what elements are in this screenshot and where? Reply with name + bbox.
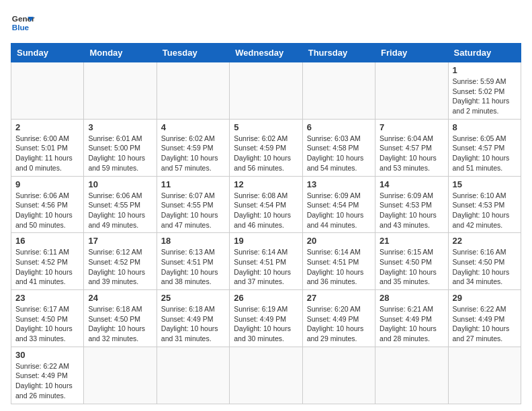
calendar-cell: 27Sunrise: 6:20 AM Sunset: 4:49 PM Dayli…	[302, 290, 375, 347]
day-info: Sunrise: 6:20 AM Sunset: 4:49 PM Dayligh…	[307, 304, 371, 344]
day-number: 11	[161, 179, 225, 189]
week-row-2: 9Sunrise: 6:06 AM Sunset: 4:56 PM Daylig…	[11, 176, 521, 233]
day-number: 23	[15, 293, 79, 303]
day-info: Sunrise: 6:19 AM Sunset: 4:49 PM Dayligh…	[234, 304, 298, 344]
calendar-cell: 11Sunrise: 6:07 AM Sunset: 4:55 PM Dayli…	[157, 176, 229, 233]
calendar-cell: 13Sunrise: 6:09 AM Sunset: 4:54 PM Dayli…	[302, 176, 375, 233]
logo: General Blue	[11, 11, 35, 35]
day-info: Sunrise: 6:14 AM Sunset: 4:51 PM Dayligh…	[234, 247, 298, 287]
week-row-1: 2Sunrise: 6:00 AM Sunset: 5:01 PM Daylig…	[11, 119, 521, 176]
calendar-cell: 4Sunrise: 6:02 AM Sunset: 4:59 PM Daylig…	[157, 119, 229, 176]
day-info: Sunrise: 6:02 AM Sunset: 4:59 PM Dayligh…	[234, 134, 298, 173]
week-row-4: 23Sunrise: 6:17 AM Sunset: 4:50 PM Dayli…	[11, 290, 521, 347]
weekday-header-sunday: Sunday	[11, 44, 84, 62]
day-info: Sunrise: 6:09 AM Sunset: 4:54 PM Dayligh…	[307, 191, 371, 230]
calendar-cell	[375, 347, 448, 404]
weekday-header-saturday: Saturday	[448, 44, 521, 62]
calendar-cell: 16Sunrise: 6:11 AM Sunset: 4:52 PM Dayli…	[11, 233, 84, 290]
calendar-cell	[157, 62, 229, 120]
week-row-0: 1Sunrise: 5:59 AM Sunset: 5:02 PM Daylig…	[11, 62, 521, 120]
weekday-header-thursday: Thursday	[302, 44, 375, 62]
svg-text:Blue: Blue	[12, 23, 30, 32]
day-info: Sunrise: 6:06 AM Sunset: 4:56 PM Dayligh…	[15, 191, 79, 230]
day-info: Sunrise: 6:12 AM Sunset: 4:52 PM Dayligh…	[88, 247, 152, 287]
day-info: Sunrise: 6:18 AM Sunset: 4:49 PM Dayligh…	[161, 304, 225, 344]
calendar-cell: 1Sunrise: 5:59 AM Sunset: 5:02 PM Daylig…	[448, 62, 521, 120]
calendar-cell: 25Sunrise: 6:18 AM Sunset: 4:49 PM Dayli…	[157, 290, 229, 347]
day-info: Sunrise: 6:17 AM Sunset: 4:50 PM Dayligh…	[15, 304, 79, 344]
week-row-3: 16Sunrise: 6:11 AM Sunset: 4:52 PM Dayli…	[11, 233, 521, 290]
calendar-cell: 30Sunrise: 6:22 AM Sunset: 4:49 PM Dayli…	[11, 347, 84, 404]
calendar-cell: 7Sunrise: 6:04 AM Sunset: 4:57 PM Daylig…	[375, 119, 448, 176]
day-info: Sunrise: 6:00 AM Sunset: 5:01 PM Dayligh…	[15, 134, 79, 173]
calendar-table: SundayMondayTuesdayWednesdayThursdayFrid…	[11, 43, 521, 404]
calendar-cell: 24Sunrise: 6:18 AM Sunset: 4:50 PM Dayli…	[84, 290, 157, 347]
calendar-cell: 9Sunrise: 6:06 AM Sunset: 4:56 PM Daylig…	[11, 176, 84, 233]
day-number: 15	[453, 179, 517, 189]
day-info: Sunrise: 6:07 AM Sunset: 4:55 PM Dayligh…	[161, 191, 225, 230]
day-number: 1	[453, 65, 517, 75]
day-info: Sunrise: 6:02 AM Sunset: 4:59 PM Dayligh…	[161, 134, 225, 173]
day-info: Sunrise: 6:01 AM Sunset: 5:00 PM Dayligh…	[88, 134, 152, 173]
weekday-header-friday: Friday	[375, 44, 448, 62]
day-info: Sunrise: 6:04 AM Sunset: 4:57 PM Dayligh…	[380, 134, 443, 173]
day-number: 26	[234, 293, 298, 303]
calendar-cell	[84, 62, 157, 120]
calendar-cell	[157, 347, 229, 404]
calendar-cell: 6Sunrise: 6:03 AM Sunset: 4:58 PM Daylig…	[302, 119, 375, 176]
day-number: 7	[380, 122, 443, 132]
logo-icon: General Blue	[11, 11, 35, 35]
calendar-cell: 23Sunrise: 6:17 AM Sunset: 4:50 PM Dayli…	[11, 290, 84, 347]
day-number: 14	[380, 179, 443, 189]
calendar-cell: 8Sunrise: 6:05 AM Sunset: 4:57 PM Daylig…	[448, 119, 521, 176]
day-number: 12	[234, 179, 298, 189]
day-number: 30	[15, 350, 79, 360]
calendar-cell: 21Sunrise: 6:15 AM Sunset: 4:50 PM Dayli…	[375, 233, 448, 290]
day-info: Sunrise: 6:15 AM Sunset: 4:50 PM Dayligh…	[380, 247, 443, 287]
day-number: 18	[161, 236, 225, 246]
day-info: Sunrise: 6:09 AM Sunset: 4:53 PM Dayligh…	[380, 191, 443, 230]
calendar-cell: 3Sunrise: 6:01 AM Sunset: 5:00 PM Daylig…	[84, 119, 157, 176]
calendar-cell: 18Sunrise: 6:13 AM Sunset: 4:51 PM Dayli…	[157, 233, 229, 290]
calendar-cell	[302, 347, 375, 404]
calendar-cell	[230, 62, 302, 120]
calendar-cell	[230, 347, 302, 404]
day-info: Sunrise: 6:21 AM Sunset: 4:49 PM Dayligh…	[380, 304, 443, 344]
day-number: 13	[307, 179, 371, 189]
day-info: Sunrise: 6:18 AM Sunset: 4:50 PM Dayligh…	[88, 304, 152, 344]
day-number: 27	[307, 293, 371, 303]
weekday-header-tuesday: Tuesday	[157, 44, 229, 62]
day-info: Sunrise: 6:11 AM Sunset: 4:52 PM Dayligh…	[15, 247, 79, 287]
day-number: 28	[380, 293, 443, 303]
day-info: Sunrise: 6:03 AM Sunset: 4:58 PM Dayligh…	[307, 134, 371, 173]
weekday-header-monday: Monday	[84, 44, 157, 62]
day-number: 3	[88, 122, 152, 132]
day-number: 6	[307, 122, 371, 132]
day-number: 5	[234, 122, 298, 132]
calendar-cell	[375, 62, 448, 120]
calendar-cell	[302, 62, 375, 120]
day-number: 9	[15, 179, 79, 189]
day-info: Sunrise: 6:22 AM Sunset: 4:49 PM Dayligh…	[453, 304, 517, 344]
day-number: 8	[453, 122, 517, 132]
page-header: General Blue	[11, 11, 521, 35]
day-info: Sunrise: 6:08 AM Sunset: 4:54 PM Dayligh…	[234, 191, 298, 230]
calendar-cell: 14Sunrise: 6:09 AM Sunset: 4:53 PM Dayli…	[375, 176, 448, 233]
calendar-cell: 17Sunrise: 6:12 AM Sunset: 4:52 PM Dayli…	[84, 233, 157, 290]
day-number: 22	[453, 236, 517, 246]
day-info: Sunrise: 6:06 AM Sunset: 4:55 PM Dayligh…	[88, 191, 152, 230]
calendar-cell: 19Sunrise: 6:14 AM Sunset: 4:51 PM Dayli…	[230, 233, 302, 290]
day-info: Sunrise: 6:13 AM Sunset: 4:51 PM Dayligh…	[161, 247, 225, 287]
calendar-cell: 15Sunrise: 6:10 AM Sunset: 4:53 PM Dayli…	[448, 176, 521, 233]
day-number: 17	[88, 236, 152, 246]
calendar-cell: 26Sunrise: 6:19 AM Sunset: 4:49 PM Dayli…	[230, 290, 302, 347]
calendar-cell: 12Sunrise: 6:08 AM Sunset: 4:54 PM Dayli…	[230, 176, 302, 233]
week-row-5: 30Sunrise: 6:22 AM Sunset: 4:49 PM Dayli…	[11, 347, 521, 404]
day-info: Sunrise: 6:14 AM Sunset: 4:51 PM Dayligh…	[307, 247, 371, 287]
day-number: 20	[307, 236, 371, 246]
day-number: 19	[234, 236, 298, 246]
day-number: 2	[15, 122, 79, 132]
day-info: Sunrise: 6:10 AM Sunset: 4:53 PM Dayligh…	[453, 191, 517, 230]
day-number: 29	[453, 293, 517, 303]
calendar-cell: 29Sunrise: 6:22 AM Sunset: 4:49 PM Dayli…	[448, 290, 521, 347]
